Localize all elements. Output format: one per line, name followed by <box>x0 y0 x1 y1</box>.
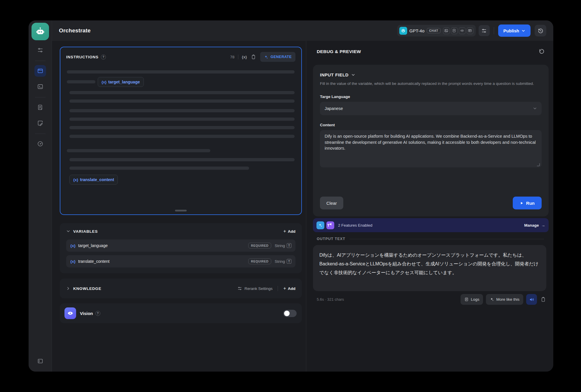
skeleton-line <box>69 126 295 129</box>
manage-features-button[interactable]: Manage → <box>524 223 545 228</box>
input-field-header[interactable]: INPUT FIELD <box>320 72 542 77</box>
skeleton-line <box>69 118 295 121</box>
clear-label: Clear <box>326 201 337 206</box>
history-button[interactable] <box>535 25 546 36</box>
generate-label: GENERATE <box>270 55 292 59</box>
robot-icon <box>35 27 45 36</box>
variables-panel: VARIABLES + Add {x} target_language REQU… <box>60 223 302 273</box>
logs-icon <box>464 297 469 302</box>
content-textarea[interactable]: Dify is an open-source platform for buil… <box>320 130 542 167</box>
vision-toggle[interactable] <box>283 310 297 317</box>
model-parameters-icon[interactable] <box>479 25 490 36</box>
audio-capability-icon <box>459 27 466 34</box>
rerank-settings-button[interactable]: Rerank Settings <box>237 286 272 291</box>
sidebar-item-logs[interactable] <box>34 102 46 113</box>
variables-title: VARIABLES <box>73 229 98 234</box>
orchestrate-pane: INSTRUCTIONS ? 78 {x} <box>52 41 306 372</box>
gauge-icon <box>37 141 43 147</box>
help-icon[interactable]: ? <box>95 311 100 316</box>
chevron-down-icon[interactable] <box>66 229 70 233</box>
prompt-editor[interactable]: {x} target_language {x} <box>60 64 301 214</box>
generate-button[interactable]: GENERATE <box>260 52 295 62</box>
copy-icon[interactable] <box>251 54 256 60</box>
chevron-down-icon <box>533 106 537 111</box>
logs-label: Logs <box>471 297 479 302</box>
variable-icon: {x} <box>70 244 76 248</box>
window-icon <box>37 68 43 74</box>
settings-sliders-icon[interactable] <box>34 44 46 56</box>
required-badge: REQUIRED <box>248 243 271 249</box>
collapse-sidebar-icon[interactable] <box>34 355 46 367</box>
variable-type: String <box>275 259 285 264</box>
knowledge-title: KNOWLEDGE <box>73 286 101 291</box>
sidebar-item-annotation[interactable] <box>34 117 46 129</box>
vision-label: Vision <box>80 311 93 316</box>
sparkle-icon <box>264 55 268 59</box>
output-text: Difyは、AIアプリケーションを構築するためのオープンソースプラットフォームで… <box>319 251 540 277</box>
model-mode-badge: CHAT <box>427 28 441 33</box>
content-label: Content <box>320 123 542 127</box>
variable-chip-translate-content[interactable]: {x} translate_content <box>69 175 118 185</box>
restart-icon[interactable] <box>538 48 545 55</box>
add-knowledge-button[interactable]: + Add <box>283 286 295 291</box>
skeleton-line <box>69 167 249 170</box>
skeleton-line <box>67 70 295 74</box>
insert-variable-icon[interactable]: {x} <box>242 55 247 59</box>
plus-icon: + <box>283 286 286 291</box>
sidebar-item-terminal[interactable] <box>34 81 46 92</box>
app-window: Orchestrate GPT-4o CHAT <box>29 20 553 372</box>
speak-aloud-button[interactable] <box>526 294 537 305</box>
model-name: GPT-4o <box>410 28 425 33</box>
divider <box>278 286 278 291</box>
resize-corner[interactable] <box>537 163 540 166</box>
skeleton-line <box>69 135 295 138</box>
sidebar-item-monitoring[interactable] <box>34 138 46 150</box>
run-button[interactable]: Run <box>513 197 542 209</box>
model-selector[interactable]: GPT-4o CHAT <box>397 25 476 36</box>
logs-button[interactable]: Logs <box>461 294 483 305</box>
output-card: Difyは、AIアプリケーションを構築するためのオープンソースプラットフォームで… <box>313 245 546 291</box>
content-value: Dify is an open-source platform for buil… <box>325 134 536 150</box>
variable-icon: {x} <box>102 80 106 84</box>
publish-button[interactable]: Publish <box>498 24 531 37</box>
help-icon[interactable]: ? <box>101 55 106 60</box>
history-icon <box>538 28 544 34</box>
variable-icon: {x} <box>70 259 76 264</box>
variable-chip-label: translate_content <box>80 177 114 182</box>
variable-chip-label: target_language <box>108 80 140 84</box>
add-variable-button[interactable]: + Add <box>283 229 295 234</box>
clear-button[interactable]: Clear <box>320 197 343 209</box>
more-like-this-label: More like this <box>496 297 519 302</box>
run-label: Run <box>526 201 535 206</box>
app-avatar[interactable] <box>32 23 49 40</box>
edit-note-icon <box>37 120 43 126</box>
target-language-label: Targe Language <box>320 94 542 99</box>
chevron-right-icon[interactable] <box>66 286 70 290</box>
output-stats: 5.6s · 321 chars <box>317 297 344 302</box>
divider <box>35 61 46 61</box>
document-capability-icon <box>451 27 458 34</box>
skeleton-line <box>69 91 295 94</box>
target-language-select[interactable]: Japanese <box>320 102 542 115</box>
openai-logo-icon <box>399 27 407 35</box>
sidebar-item-orchestrate[interactable] <box>34 65 46 77</box>
document-list-icon <box>37 104 43 111</box>
page-title: Orchestrate <box>59 27 91 34</box>
vision-capability-icon <box>443 27 450 34</box>
variable-chip-target-language[interactable]: {x} target_language <box>98 77 144 87</box>
variable-row-target-language[interactable]: {x} target_language REQUIRED StringT <box>66 239 295 252</box>
copy-output-icon[interactable] <box>540 297 546 302</box>
speaker-icon <box>529 297 534 302</box>
skeleton-line <box>69 158 295 161</box>
output-text-title: OUTPUT TEXT <box>317 237 345 241</box>
variable-row-translate-content[interactable]: {x} translate_content REQUIRED StringT <box>66 255 295 267</box>
more-like-this-button[interactable]: More like this <box>486 294 523 305</box>
resize-handle[interactable] <box>175 210 187 211</box>
sliders-icon <box>237 286 242 291</box>
features-enabled-text: 2 Features Enabled <box>338 223 372 228</box>
features-bar[interactable]: T 2 Features Enabled Manage → <box>313 218 549 232</box>
divider <box>35 134 46 134</box>
debug-preview-pane: DEBUG & PREVIEW INPUT FIELD <box>306 41 553 372</box>
vision-panel: Vision ? <box>60 303 302 323</box>
instructions-title: INSTRUCTIONS <box>66 55 99 59</box>
